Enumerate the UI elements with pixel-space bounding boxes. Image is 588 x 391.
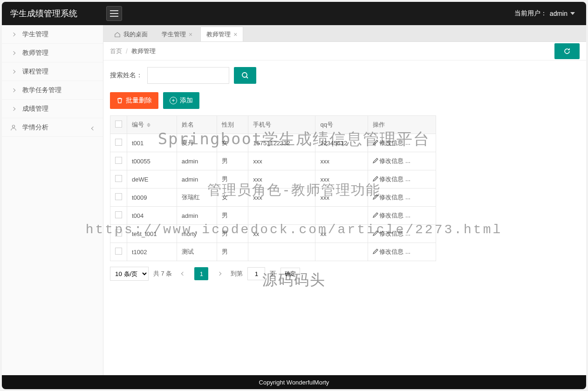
edit-link[interactable]: 修改信息 ...	[373, 230, 410, 237]
table-row: t0009张瑞红女xxxxxx修改信息 ...	[110, 189, 436, 207]
sidebar-item-label: 教学任务管理	[22, 86, 62, 94]
cell-name: morty	[177, 225, 217, 243]
edit-link[interactable]: 修改信息 ...	[373, 248, 410, 255]
pencil-icon	[373, 140, 378, 145]
cell-phone: xx	[248, 225, 315, 243]
edit-link[interactable]: 修改信息 ...	[373, 157, 410, 164]
col-gender[interactable]: 性别	[217, 116, 248, 134]
sidebar-item-student[interactable]: 学生管理	[2, 25, 103, 44]
add-button[interactable]: + 添加	[163, 92, 199, 109]
cell-phone: xxx	[248, 170, 315, 189]
close-icon[interactable]: ×	[233, 31, 237, 38]
row-checkbox[interactable]	[115, 157, 122, 164]
sidebar-item-label: 课程管理	[22, 67, 48, 76]
sidebar-item-label: 学情分析	[22, 123, 48, 132]
button-label: 批量删除	[126, 96, 152, 105]
next-page-button[interactable]	[213, 267, 226, 280]
refresh-icon	[563, 47, 571, 55]
edit-link[interactable]: 修改信息 ...	[373, 212, 410, 219]
user-label: 当前用户：	[514, 9, 547, 18]
sidebar-item-label: 成绩管理	[22, 105, 48, 113]
cell-qq	[315, 207, 368, 225]
pagination: 10 条/页 共 7 条 1 到第 页 确定	[110, 267, 580, 281]
chevron-right-icon	[10, 106, 17, 112]
sidebar-toggle-button[interactable]	[106, 6, 122, 21]
row-checkbox[interactable]	[115, 175, 122, 182]
topbar: 学生成绩管理系统 当前用户：admin	[2, 2, 586, 25]
chevron-right-icon	[10, 68, 17, 75]
cell-name: admin	[177, 170, 217, 189]
sidebar-item-analysis[interactable]: 学情分析	[2, 118, 103, 137]
user-menu[interactable]: 当前用户：admin	[514, 9, 586, 18]
cell-gender: 女	[217, 189, 248, 207]
row-checkbox[interactable]	[115, 248, 122, 255]
tab-label: 教师管理	[206, 30, 231, 39]
prev-page-button[interactable]	[177, 267, 190, 280]
plus-icon: +	[170, 97, 177, 104]
search-label: 搜索姓名：	[110, 71, 143, 80]
cell-qq: xxx	[315, 152, 368, 170]
tab-student[interactable]: 学生管理 ×	[156, 27, 198, 41]
pencil-icon	[373, 158, 378, 163]
cell-gender: 男	[217, 243, 248, 261]
tab-bar: 我的桌面 学生管理 × 教师管理 ×	[103, 25, 586, 42]
search-input[interactable]	[147, 67, 229, 84]
sidebar-item-teacher[interactable]: 教师管理	[2, 44, 103, 62]
row-checkbox[interactable]	[115, 229, 122, 236]
col-op: 操作	[368, 116, 436, 134]
cell-id: test_t001	[127, 225, 177, 243]
refresh-button[interactable]	[554, 43, 580, 59]
col-qq[interactable]: qq号	[315, 116, 368, 134]
sidebar-item-score[interactable]: 成绩管理	[2, 100, 103, 118]
sidebar: 学生管理 教师管理 课程管理 教学任务管理 成绩管理	[2, 25, 103, 375]
breadcrumb: 首页 / 教师管理	[103, 42, 586, 61]
cell-name: 测试	[177, 243, 217, 261]
sidebar-item-course[interactable]: 课程管理	[2, 62, 103, 81]
breadcrumb-root[interactable]: 首页	[110, 47, 122, 55]
pencil-icon	[373, 194, 378, 200]
page-number[interactable]: 1	[194, 267, 208, 280]
trash-icon	[116, 97, 123, 104]
cell-gender: 男	[217, 152, 248, 170]
row-checkbox[interactable]	[115, 193, 122, 200]
table-row: test_t001morty男xxxx修改信息 ...	[110, 225, 436, 243]
table-row: t004admin男修改信息 ...	[110, 207, 436, 225]
user-icon	[10, 124, 17, 131]
home-icon	[114, 31, 121, 38]
sort-icon	[147, 123, 150, 127]
jump-input[interactable]	[247, 267, 265, 280]
tab-desktop[interactable]: 我的桌面	[108, 27, 154, 41]
col-id[interactable]: 编号	[127, 116, 177, 134]
cell-phone: xxx	[248, 152, 315, 170]
sidebar-item-task[interactable]: 教学任务管理	[2, 81, 103, 100]
col-phone[interactable]: 手机号	[248, 116, 315, 134]
edit-link[interactable]: 修改信息 ...	[373, 175, 410, 182]
cell-qq: xx	[315, 225, 368, 243]
tab-teacher[interactable]: 教师管理 ×	[200, 27, 243, 41]
cell-id: t00055	[127, 152, 177, 170]
cell-gender: 男	[217, 225, 248, 243]
cell-name: admin	[177, 207, 217, 225]
cell-qq	[315, 243, 368, 261]
user-name: admin	[550, 10, 567, 17]
app-title: 学生成绩管理系统	[2, 8, 103, 19]
chevron-right-icon	[10, 50, 17, 56]
cell-qq: xxx	[315, 189, 368, 207]
search-button[interactable]	[234, 67, 256, 84]
row-checkbox[interactable]	[115, 139, 122, 146]
hamburger-icon	[110, 10, 118, 17]
edit-link[interactable]: 修改信息 ...	[373, 194, 410, 201]
select-all-checkbox[interactable]	[115, 121, 122, 128]
footer: Copyright WonderfulMorty	[2, 375, 586, 389]
edit-link[interactable]: 修改信息 ...	[373, 139, 410, 146]
row-checkbox[interactable]	[115, 211, 122, 218]
breadcrumb-current: 教师管理	[131, 47, 156, 55]
jump-unit: 页	[270, 270, 276, 278]
jump-confirm-button[interactable]: 确定	[280, 268, 300, 280]
close-icon[interactable]: ×	[189, 31, 192, 38]
pencil-icon	[373, 230, 378, 236]
col-name[interactable]: 姓名	[177, 116, 217, 134]
sidebar-item-label: 教师管理	[22, 49, 48, 57]
pagesize-select[interactable]: 10 条/页	[110, 267, 149, 281]
bulk-delete-button[interactable]: 批量删除	[110, 92, 158, 109]
